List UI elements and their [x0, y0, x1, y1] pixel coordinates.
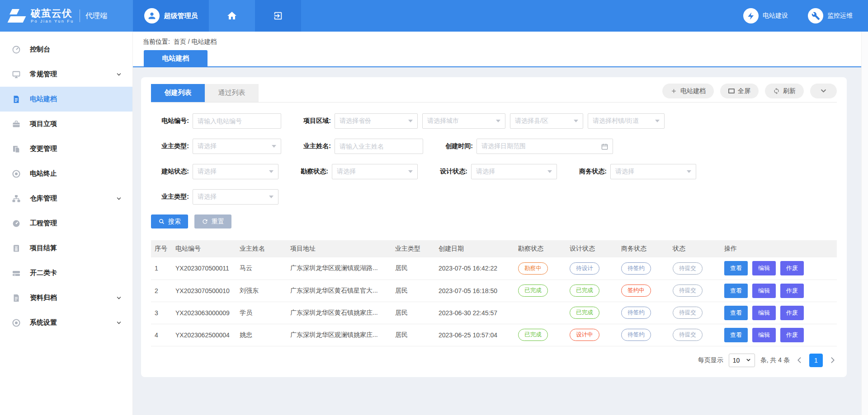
- status-badge: 待设计: [570, 262, 599, 275]
- fullscreen-button[interactable]: 全屏: [720, 84, 759, 98]
- page-number-button[interactable]: 1: [809, 354, 823, 367]
- person-icon: [147, 11, 157, 21]
- sidebar-item-warehouse-management[interactable]: 仓库管理: [0, 186, 132, 211]
- view-button[interactable]: 查看: [724, 261, 748, 275]
- status-badge: 勘察中: [518, 262, 548, 275]
- caret-icon: [687, 170, 691, 173]
- chevron-right-icon: [829, 357, 836, 364]
- briefcase-icon: [12, 119, 22, 129]
- sidebar-item-second-class-card[interactable]: 开二类卡: [0, 261, 132, 285]
- prev-page-button[interactable]: [795, 357, 804, 364]
- avatar: [144, 8, 160, 23]
- add-station-button[interactable]: 电站建档: [662, 84, 714, 98]
- cell-code: YX2023063000009: [172, 302, 236, 324]
- collapse-button[interactable]: [810, 84, 837, 98]
- survey-status-select[interactable]: 请选择: [332, 164, 418, 179]
- reset-button[interactable]: 重置: [194, 214, 231, 228]
- status-badge: 设计中: [570, 329, 599, 341]
- edit-button[interactable]: 编辑: [752, 306, 776, 320]
- province-select[interactable]: 请选择省份: [335, 113, 418, 129]
- gauge-icon: [12, 219, 22, 228]
- business-status-select[interactable]: 请选择: [610, 164, 696, 179]
- breadcrumb-bar: 当前位置: 首页 / 电站建档 电站建档: [133, 32, 861, 67]
- table-header-row: 序号 电站编号 业主姓名 项目地址 业主类型 创建日期 勘察状态 设计状态 商务…: [151, 240, 837, 257]
- sidebar-item-system-settings[interactable]: 系统设置: [0, 310, 132, 335]
- design-status-select[interactable]: 请选择: [471, 164, 557, 179]
- owner-type2-select[interactable]: 请选择: [193, 189, 278, 205]
- monitor-icon: [12, 70, 22, 79]
- tab-create-list[interactable]: 创建列表: [151, 84, 205, 102]
- user-menu[interactable]: 超级管理员: [133, 0, 209, 32]
- sidebar-item-console[interactable]: 控制台: [0, 37, 132, 62]
- build-status-select[interactable]: 请选择: [193, 164, 278, 179]
- nav-station-build-label: 电站建设: [763, 12, 788, 20]
- tab-passed-list[interactable]: 通过列表: [205, 84, 259, 102]
- void-button[interactable]: 作废: [780, 306, 804, 320]
- view-button[interactable]: 查看: [724, 328, 748, 342]
- view-button[interactable]: 查看: [724, 284, 748, 298]
- dashboard-icon: [12, 45, 22, 55]
- home-button[interactable]: [209, 0, 255, 32]
- logout-icon: [273, 11, 283, 21]
- edit-button[interactable]: 编辑: [752, 284, 776, 298]
- station-code-input[interactable]: [193, 113, 281, 129]
- refresh-icon: [773, 88, 780, 94]
- search-button[interactable]: 搜索: [151, 214, 188, 228]
- portal-label: 代理端: [80, 9, 107, 22]
- status-badge: 待提交: [673, 284, 703, 297]
- cell-owner: 学员: [236, 302, 287, 324]
- void-button[interactable]: 作废: [780, 328, 804, 342]
- county-select[interactable]: 请选择县/区: [510, 113, 583, 129]
- page-tab[interactable]: 电站建档: [144, 50, 208, 66]
- sidebar-item-station-termination[interactable]: 电站终止: [0, 161, 132, 186]
- void-button[interactable]: 作废: [780, 261, 804, 275]
- caret-icon: [496, 120, 500, 122]
- cell-type: 居民: [392, 324, 435, 346]
- sidebar-item-project-settlement[interactable]: 项目结算: [0, 236, 132, 261]
- sidebar-item-engineering-management[interactable]: 工程管理: [0, 211, 132, 236]
- logout-button[interactable]: [255, 0, 301, 32]
- refresh-button[interactable]: 刷新: [765, 84, 804, 98]
- per-page-select[interactable]: 10: [729, 354, 755, 367]
- cell-owner: 马云: [236, 257, 287, 280]
- next-page-button[interactable]: [828, 357, 837, 364]
- cell-created: 2023-06-30 22:45:57: [435, 302, 514, 324]
- city-select[interactable]: 请选择城市: [422, 113, 505, 129]
- create-time-input[interactable]: 请选择日期范围: [476, 139, 613, 154]
- wrench-icon: [808, 8, 823, 23]
- owner-name-label: 业主姓名:: [293, 142, 331, 150]
- nav-monitor-ops[interactable]: 监控运维: [808, 8, 853, 23]
- view-button[interactable]: 查看: [724, 306, 748, 320]
- chevron-left-icon: [796, 357, 803, 364]
- nav-station-build[interactable]: 电站建设: [743, 8, 788, 23]
- status-badge: 已完成: [570, 307, 599, 319]
- calculator-icon: [12, 243, 22, 253]
- sidebar-item-change-management[interactable]: 变更管理: [0, 136, 132, 161]
- caret-icon: [269, 170, 274, 173]
- status-badge: 已完成: [518, 329, 548, 341]
- filter-actions: 搜索 重置: [151, 214, 837, 228]
- brand[interactable]: 破茧云伏 Po Jian Yun Fu 代理端: [0, 0, 133, 32]
- target-icon: [12, 169, 22, 179]
- owner-name-input[interactable]: [335, 139, 423, 154]
- brand-subtitle: Po Jian Yun Fu: [31, 19, 74, 23]
- create-time-label: 创建时间:: [435, 142, 473, 150]
- edit-button[interactable]: 编辑: [752, 261, 776, 275]
- village-select[interactable]: 请选择村镇/街道: [588, 113, 665, 129]
- sidebar-item-data-archive[interactable]: 资料归档: [0, 285, 132, 310]
- scrollbar[interactable]: [861, 32, 868, 415]
- sidebar-item-project-initiation[interactable]: 项目立项: [0, 112, 132, 136]
- page-body: 创建列表 通过列表 电站建档 全屏: [133, 67, 861, 377]
- copy-icon: [12, 144, 22, 154]
- edit-button[interactable]: 编辑: [752, 328, 776, 342]
- sidebar-item-general-management[interactable]: 常规管理: [0, 62, 132, 87]
- build-status-label: 建站状态:: [151, 168, 189, 176]
- chevron-down-icon: [746, 358, 751, 363]
- sidebar-item-station-archive[interactable]: 电站建档: [0, 87, 132, 112]
- owner-type-select[interactable]: 请选择: [193, 139, 281, 154]
- void-button[interactable]: 作废: [780, 284, 804, 298]
- app-root: 破茧云伏 Po Jian Yun Fu 代理端 超级管理员 电站建设: [0, 0, 868, 415]
- caret-icon: [272, 145, 276, 148]
- region-label: 项目区域:: [293, 117, 331, 125]
- card-header: 创建列表 通过列表 电站建档 全屏: [151, 84, 837, 103]
